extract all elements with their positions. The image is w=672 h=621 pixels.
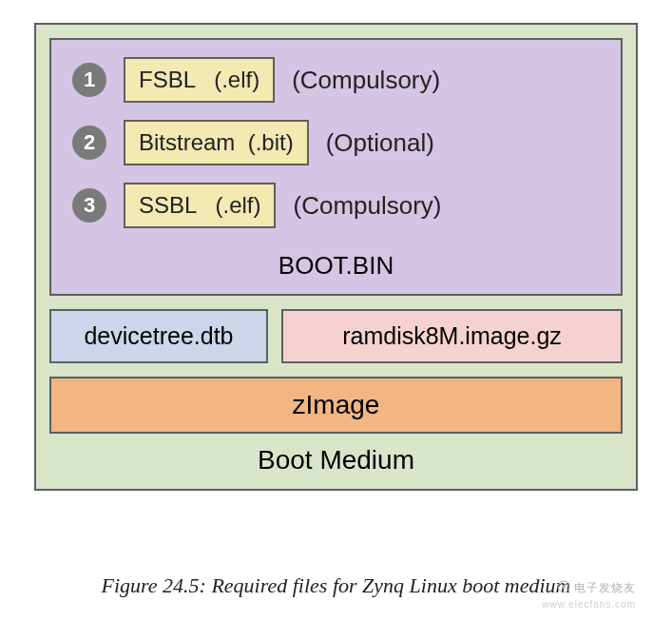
file-ramdisk: ramdisk8M.image.gz (281, 309, 623, 363)
svg-point-1 (562, 585, 566, 589)
file-ssbl: SSBL (.elf) (124, 183, 276, 228)
watermark-top: 电子发烧友 (557, 580, 636, 596)
boot-medium-label: Boot Medium (49, 434, 623, 489)
mid-row: devicetree.dtb ramdisk8M.image.gz (49, 309, 623, 363)
file-zimage: zImage (49, 377, 623, 434)
watermark-bottom: www.elecfans.com (542, 599, 636, 610)
bootbin-row: 2 Bitstream (.bit) (Optional) (72, 120, 600, 165)
step-badge-2: 2 (72, 126, 106, 160)
note-fsbl: (Compulsory) (292, 66, 440, 95)
bootbin-container: 1 FSBL (.elf) (Compulsory) 2 Bitstream (… (49, 38, 623, 296)
watermark-icon (557, 580, 570, 596)
file-bitstream: Bitstream (.bit) (124, 120, 309, 165)
boot-medium-container: 1 FSBL (.elf) (Compulsory) 2 Bitstream (… (34, 23, 638, 491)
file-fsbl: FSBL (.elf) (124, 57, 275, 103)
bootbin-row: 3 SSBL (.elf) (Compulsory) (72, 183, 600, 228)
note-bitstream: (Optional) (326, 128, 434, 158)
note-ssbl: (Compulsory) (293, 191, 441, 221)
step-badge-1: 1 (72, 63, 106, 97)
bootbin-row: 1 FSBL (.elf) (Compulsory) (72, 57, 600, 103)
bootbin-label: BOOT.BIN (72, 245, 600, 286)
step-badge-3: 3 (72, 188, 106, 223)
watermark-top-text: 电子发烧友 (574, 581, 636, 594)
file-devicetree: devicetree.dtb (49, 309, 268, 363)
